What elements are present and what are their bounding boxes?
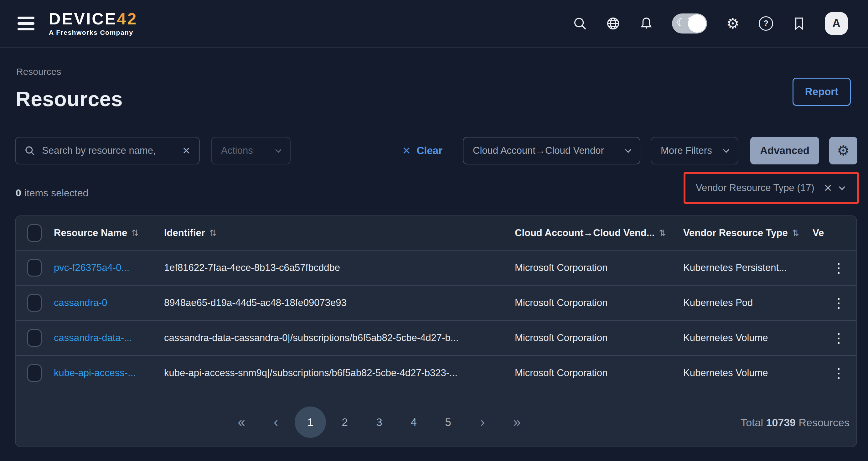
clear-label: Clear: [417, 145, 443, 157]
row-checkbox[interactable]: [27, 364, 42, 382]
user-avatar[interactable]: A: [825, 12, 848, 35]
hamburger-menu-icon[interactable]: [18, 17, 34, 30]
resources-page: DEVICE42 A Freshworks Company ☾ ✦ ⚙ ?: [0, 0, 868, 461]
selection-label: items selected: [24, 187, 89, 198]
globe-icon[interactable]: [606, 16, 621, 31]
brand-tagline: A Freshworks Company: [49, 29, 137, 36]
actions-dropdown[interactable]: Actions: [211, 137, 290, 164]
identifier-cell: kube-api-access-snm9q|/subscriptions/b6f…: [164, 367, 515, 379]
pagination: « ‹ 1 2 3 4 5 › »: [224, 406, 534, 438]
row-checkbox[interactable]: [27, 329, 42, 347]
column-header-cloud-account[interactable]: Cloud Account→Cloud Vend...⇅: [515, 227, 683, 239]
search-input-container: ✕: [15, 137, 200, 164]
cloud-account-cell: Microsoft Corporation: [515, 367, 683, 379]
table-row: cassandra-data-... cassandra-data-cassan…: [16, 320, 857, 355]
column-header-truncated[interactable]: Ve: [813, 216, 847, 250]
clear-filters-button[interactable]: ✕ Clear: [402, 137, 442, 164]
dark-mode-toggle[interactable]: ☾ ✦: [672, 13, 707, 33]
cloud-account-cell: Microsoft Corporation: [515, 262, 683, 273]
row-actions-kebab-icon[interactable]: ⋮: [826, 330, 852, 346]
search-icon: [24, 145, 35, 156]
notifications-bell-icon[interactable]: [639, 16, 654, 31]
device42-logo: DEVICE42 A Freshworks Company: [49, 11, 137, 36]
filter-chip-label: Vendor Resource Type (17): [696, 182, 816, 193]
remove-filter-icon[interactable]: ✕: [824, 182, 832, 194]
resource-name-link[interactable]: cassandra-data-...: [54, 332, 164, 343]
chevron-down-icon: [625, 147, 631, 153]
resource-name-link[interactable]: pvc-f26375a4-0...: [54, 262, 164, 273]
pagination-page-3[interactable]: 3: [362, 406, 396, 438]
more-filters-dropdown[interactable]: More Filters: [651, 137, 738, 164]
selection-count: 0: [16, 187, 21, 198]
table-row: pvc-f26375a4-0... 1ef81622-7faa-4ece-8b1…: [16, 250, 857, 285]
more-filters-label: More Filters: [661, 145, 712, 156]
resource-name-link[interactable]: cassandra-0: [54, 297, 164, 308]
resource-name-link[interactable]: kube-api-access-...: [54, 367, 164, 379]
cloud-account-vendor-dropdown[interactable]: Cloud Account→Cloud Vendor: [463, 137, 640, 164]
row-checkbox[interactable]: [27, 259, 42, 277]
question-mark: ?: [759, 16, 773, 31]
moon-icon: ☾: [676, 16, 686, 29]
identifier-cell: cassandra-data-cassandra-0|/subscription…: [164, 332, 515, 343]
column-header-resource-name[interactable]: Resource Name⇅: [54, 227, 164, 239]
row-checkbox[interactable]: [27, 294, 42, 312]
bookmark-icon[interactable]: [792, 16, 807, 31]
cloud-filter-label: Cloud Account→Cloud Vendor: [473, 145, 604, 156]
pagination-first-button[interactable]: «: [224, 406, 259, 438]
vendor-type-cell: Kubernetes Volume: [683, 367, 821, 379]
table-row: cassandra-0 8948ae65-d19a-44d5-ac48-18fe…: [16, 285, 857, 320]
search-icon[interactable]: [572, 16, 587, 31]
actions-label: Actions: [221, 145, 253, 156]
table-row: kube-api-access-... kube-api-access-snm9…: [16, 355, 857, 390]
row-actions-kebab-icon[interactable]: ⋮: [826, 295, 852, 311]
selection-status: 0items selected: [16, 187, 88, 199]
chevron-down-icon: [275, 147, 281, 153]
chevron-down-icon: [723, 147, 729, 153]
table-header-row: Resource Name⇅ Identifier⇅ Cloud Account…: [16, 216, 857, 250]
total-resources-count: Total 10739 Resources: [741, 417, 849, 429]
vendor-type-cell: Kubernetes Pod: [683, 297, 821, 308]
brand-text: DEVICE42: [49, 11, 137, 27]
breadcrumb[interactable]: Resources: [16, 66, 61, 77]
identifier-cell: 8948ae65-d19a-44d5-ac48-18fe09073e93: [164, 297, 515, 308]
column-header-identifier[interactable]: Identifier⇅: [164, 227, 515, 239]
vendor-type-cell: Kubernetes Persistent...: [683, 262, 821, 273]
column-header-vendor-resource-type[interactable]: Vendor Resource Type⇅: [683, 227, 821, 239]
clear-x-icon: ✕: [402, 144, 411, 157]
cloud-account-cell: Microsoft Corporation: [515, 297, 683, 308]
cloud-account-cell: Microsoft Corporation: [515, 332, 683, 343]
sort-icon[interactable]: ⇅: [659, 228, 666, 238]
settings-gear-icon[interactable]: ⚙: [725, 16, 740, 31]
pagination-last-button[interactable]: »: [500, 406, 534, 438]
page-title: Resources: [16, 87, 123, 111]
pagination-prev-button[interactable]: ‹: [259, 406, 293, 438]
topbar-actions: ☾ ✦ ⚙ ? A: [572, 12, 848, 35]
select-all-checkbox[interactable]: [27, 224, 42, 242]
vendor-resource-type-filter-chip[interactable]: Vendor Resource Type (17) ✕: [688, 175, 855, 201]
sort-icon[interactable]: ⇅: [210, 228, 217, 238]
sort-icon[interactable]: ⇅: [792, 228, 799, 238]
top-navigation-bar: DEVICE42 A Freshworks Company ☾ ✦ ⚙ ?: [0, 0, 868, 48]
search-input[interactable]: [42, 145, 175, 156]
pagination-page-2[interactable]: 2: [328, 406, 362, 438]
clear-search-icon[interactable]: ✕: [182, 145, 190, 157]
toggle-knob: [688, 14, 706, 33]
help-icon[interactable]: ?: [758, 16, 773, 31]
pagination-page-4[interactable]: 4: [396, 406, 431, 438]
chevron-down-icon[interactable]: [839, 184, 845, 190]
pagination-page-1[interactable]: 1: [293, 406, 328, 438]
advanced-button[interactable]: Advanced: [750, 137, 819, 164]
row-actions-kebab-icon[interactable]: ⋮: [826, 260, 852, 276]
sort-icon[interactable]: ⇅: [131, 228, 139, 238]
table-settings-button[interactable]: ⚙: [829, 137, 857, 164]
report-button[interactable]: Report: [793, 78, 851, 106]
identifier-cell: 1ef81622-7faa-4ece-8b13-c6a57fbcddbe: [164, 262, 515, 273]
pagination-next-button[interactable]: ›: [465, 406, 500, 438]
resources-table-card: Resource Name⇅ Identifier⇅ Cloud Account…: [15, 215, 857, 447]
brand-accent: 42: [117, 10, 138, 28]
gear-icon: ⚙: [837, 144, 849, 157]
row-actions-kebab-icon[interactable]: ⋮: [826, 366, 852, 381]
vendor-type-cell: Kubernetes Volume: [683, 332, 821, 343]
pagination-page-5[interactable]: 5: [431, 406, 465, 438]
